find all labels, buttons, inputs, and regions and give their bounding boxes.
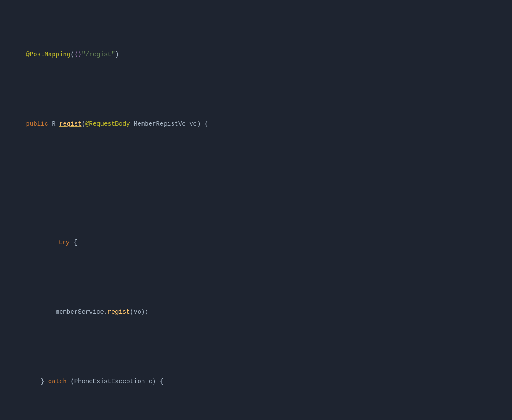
code-line-3	[0, 178, 512, 188]
annotation-postmapping: @PostMapping	[26, 51, 70, 58]
code-line-4: try {	[0, 228, 512, 258]
code-line-1: @PostMapping(⟨⟩"/regist")	[0, 40, 512, 69]
method-regist: regist	[59, 120, 81, 127]
code-line-5: memberService.regist(vo);	[0, 297, 512, 327]
code-line-6: } catch (PhoneExistException e) {	[0, 366, 512, 396]
code-line-2: public R regist(@RequestBody MemberRegis…	[0, 109, 512, 139]
string-regist-path: "/regist"	[82, 51, 115, 58]
code-editor: @PostMapping(⟨⟩"/regist") public R regis…	[0, 0, 512, 420]
